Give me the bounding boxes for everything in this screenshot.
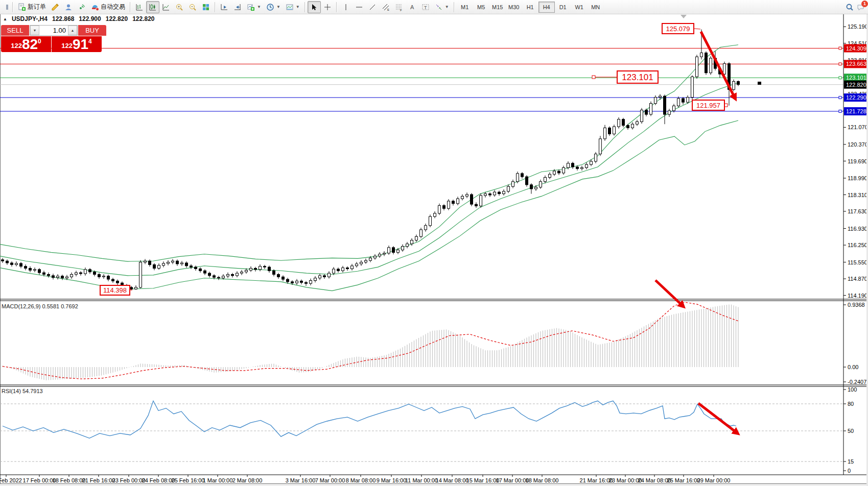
- date-tick: 14 Mar 08:00: [436, 477, 469, 483]
- line-chart-button[interactable]: [159, 1, 173, 13]
- ask-pip-digit: 4: [88, 38, 92, 45]
- annotation-121.957[interactable]: 121.957: [692, 100, 728, 110]
- search-icon[interactable]: [846, 3, 854, 11]
- rsi-label: RSI(14) 54.7913: [2, 388, 43, 394]
- periods-button[interactable]: ▼: [264, 1, 283, 13]
- ask-big-digits: 91: [73, 38, 88, 51]
- tab-timeframe-m15[interactable]: M15: [489, 2, 506, 13]
- templates-button[interactable]: ▼: [283, 1, 302, 13]
- date-tick: 15 Feb 2022: [0, 477, 22, 483]
- svg-text:122.820: 122.820: [846, 82, 866, 88]
- price-badge-124.309: 124.309: [844, 44, 867, 53]
- price-tick: 118.310: [848, 192, 867, 198]
- new-order-icon: [18, 3, 26, 11]
- candlestick-chart-button[interactable]: [146, 1, 159, 13]
- buy-button[interactable]: BUY: [78, 25, 106, 36]
- svg-text:T: T: [424, 5, 427, 10]
- tab-timeframe-m5[interactable]: M5: [473, 2, 489, 13]
- cursor-button[interactable]: [308, 1, 321, 13]
- last-price-marker: [758, 82, 761, 85]
- date-tick: 29 Mar 00:00: [697, 477, 731, 483]
- bid-big-digits: 82: [22, 38, 38, 51]
- collapse-triangle-icon[interactable]: ▲: [3, 17, 7, 21]
- date-tick: 11 Mar 00:00: [405, 477, 438, 483]
- price-tick: 120.370: [848, 141, 868, 148]
- sell-button[interactable]: SELL: [1, 25, 29, 36]
- text-label-button[interactable]: T: [419, 1, 432, 13]
- rsi-tick: 50: [848, 428, 854, 434]
- date-tick: 23 Mar 00:00: [609, 477, 642, 483]
- svg-text:123.101: 123.101: [846, 75, 866, 81]
- ask-prefix: 122: [61, 42, 73, 50]
- separator: [454, 2, 455, 12]
- svg-text:121.728: 121.728: [846, 108, 866, 114]
- chart-area[interactable]: 125.079123.101121.957114.398125.190124.5…: [0, 0, 868, 486]
- text-button[interactable]: A: [406, 1, 419, 13]
- notifications-button[interactable]: 1: [857, 3, 865, 11]
- auto-scroll-button[interactable]: [218, 1, 231, 13]
- price-tick: 125.190: [848, 23, 868, 30]
- equidistant-channel-button[interactable]: E: [379, 1, 392, 13]
- pane-separator-macd[interactable]: [0, 298, 868, 301]
- date-tick: 17 Mar 00:00: [496, 477, 529, 483]
- rsi-tick: 15: [848, 458, 854, 465]
- tab-timeframe-w1[interactable]: W1: [571, 2, 588, 13]
- zoom-out-button[interactable]: [186, 1, 199, 13]
- svg-text:F: F: [400, 8, 402, 11]
- vertical-line-button[interactable]: [339, 1, 353, 13]
- separator: [215, 2, 216, 12]
- bar-chart-button[interactable]: [133, 1, 146, 13]
- tab-timeframe-mn[interactable]: MN: [588, 2, 604, 13]
- price-tick: 114.190: [848, 293, 867, 299]
- price-tick: 121.070: [848, 124, 868, 130]
- tab-timeframe-m30[interactable]: M30: [506, 2, 522, 13]
- volume-input[interactable]: [39, 26, 68, 35]
- date-tick: 18 Feb 08:00: [53, 477, 86, 483]
- chevron-down-icon: ▼: [276, 5, 280, 9]
- tab-timeframe-d1[interactable]: D1: [555, 2, 571, 13]
- zoom-in-button[interactable]: [173, 1, 186, 13]
- date-tick: 25 Feb 16:00: [172, 477, 205, 483]
- signals-icon[interactable]: [75, 1, 88, 13]
- mt4-terminal: 新订单 自动交易: [0, 0, 868, 486]
- price-tick: 116.930: [848, 226, 867, 232]
- price-tick: 115.550: [848, 259, 867, 265]
- volume-increase-button[interactable]: ▲: [68, 26, 77, 35]
- metaeditor-icon[interactable]: [49, 1, 62, 13]
- date-tick: 2 Mar 08:00: [232, 477, 263, 483]
- chart-shift-button[interactable]: [231, 1, 244, 13]
- date-tick: 17 Feb 00:00: [23, 477, 56, 483]
- price-tick: 119.690: [848, 158, 867, 164]
- volume-decrease-button[interactable]: ▼: [30, 26, 39, 35]
- arrows-button[interactable]: ▼: [432, 1, 452, 13]
- price-badge-122.290: 122.290: [844, 93, 867, 102]
- bid-price[interactable]: 122820: [1, 36, 51, 52]
- crosshair-button[interactable]: [321, 1, 334, 13]
- tab-timeframe-h1[interactable]: H1: [522, 2, 538, 13]
- indicators-button[interactable]: ▼: [244, 1, 264, 13]
- price-tick: 114.870: [848, 276, 867, 282]
- ask-price[interactable]: 122914: [52, 36, 102, 52]
- price-tick: 118.990: [848, 175, 867, 181]
- horizontal-line-button[interactable]: [353, 1, 366, 13]
- svg-text:A: A: [410, 4, 414, 10]
- separator: [12, 2, 13, 12]
- autotrading-button[interactable]: 自动交易: [88, 1, 128, 13]
- new-order-button[interactable]: 新订单: [15, 1, 49, 13]
- svg-text:125.079: 125.079: [666, 25, 690, 33]
- one-click-trading-panel: SELL ▼ ▲ BUY 122820 122914: [1, 25, 102, 52]
- macd-tick: 0.9368: [848, 302, 865, 308]
- rsi-tick: 80: [848, 401, 854, 407]
- tab-timeframe-m1[interactable]: M1: [457, 2, 473, 13]
- community-icon[interactable]: [62, 1, 75, 13]
- tab-timeframe-h4[interactable]: H4: [538, 2, 555, 13]
- main-toolbar: 新订单 自动交易: [0, 0, 868, 14]
- app-fragment-icon: [0, 1, 10, 13]
- trendline-button[interactable]: [366, 1, 379, 13]
- annotation-114.398[interactable]: 114.398: [100, 285, 132, 295]
- fibonacci-button[interactable]: F: [392, 1, 406, 13]
- separator: [130, 2, 131, 12]
- tile-windows-button[interactable]: [199, 1, 213, 13]
- pane-separator-rsi[interactable]: [0, 384, 868, 387]
- autotrading-label: 自动交易: [101, 3, 125, 11]
